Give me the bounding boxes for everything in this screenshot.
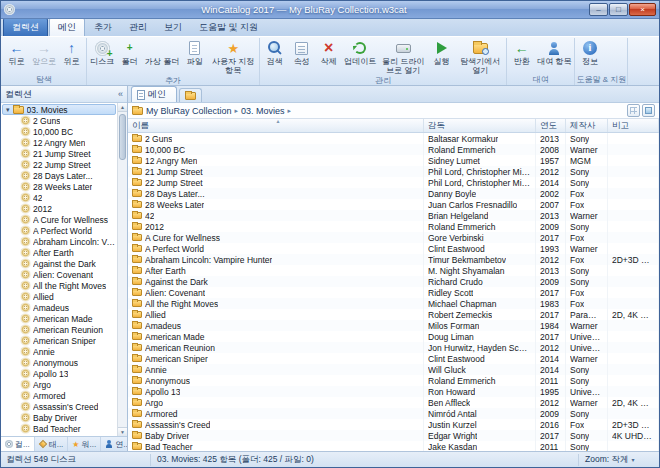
forward-button[interactable]: 앞으로 <box>30 38 58 74</box>
breadcrumb-item-2[interactable]: 03. Movies <box>241 106 285 116</box>
table-row[interactable]: 2 GunsBaltasar Kormakur2013Sony <box>128 133 659 144</box>
title-bar[interactable]: WinCatalog 2017 — My BluRay Collection.w… <box>1 1 659 19</box>
view-grid-button[interactable] <box>627 104 640 117</box>
open-in-explorer-button[interactable]: 탐색기에서 열기 <box>455 38 505 75</box>
tree-item[interactable]: Allied <box>1 291 117 302</box>
properties-button[interactable]: 속성 <box>288 38 315 75</box>
zoom-control[interactable]: Zoom: 작게 ▾ <box>579 454 659 466</box>
tree-item[interactable]: Against the Dark <box>1 258 117 269</box>
table-row[interactable]: After EarthM. Night Shyamalan2013Sony <box>128 265 659 276</box>
table-row[interactable]: Assassin's CreedJustin Kurzel2016Fox2D+3… <box>128 419 659 430</box>
column-header-1[interactable]: 이름▲ <box>128 119 424 132</box>
table-row[interactable]: A Cure for WellnessGore Verbinski2017Fox <box>128 232 659 243</box>
tree-item[interactable]: 28 Days Later... <box>1 170 117 181</box>
tree-item[interactable]: 21 Jump Street <box>1 148 117 159</box>
add-disc-button[interactable]: 디스크 <box>88 38 116 75</box>
tree-item[interactable]: American Sniper <box>1 335 117 346</box>
tab-main[interactable]: 메인 <box>131 86 177 102</box>
table-row[interactable]: 12 Angry MenSidney Lumet1957MGM <box>128 155 659 166</box>
table-row[interactable]: ArmoredNimród Antal2009Sony <box>128 408 659 419</box>
table-row[interactable]: Baby DriverEdgar Wright2017Sony4K UHD 3D… <box>128 430 659 441</box>
tree-item[interactable]: 10,000 BC <box>1 126 117 137</box>
tree-item[interactable]: 42 <box>1 192 117 203</box>
tree-item[interactable]: Amadeus <box>1 302 117 313</box>
tree-item[interactable]: After Earth <box>1 247 117 258</box>
column-header-4[interactable]: 제작사 <box>566 119 608 132</box>
tree-item[interactable]: Armored <box>1 390 117 401</box>
maximize-button[interactable]: □ <box>609 3 628 16</box>
ribbon-tab-2[interactable]: 메인 <box>49 18 85 36</box>
table-row[interactable]: 28 Weeks LaterJuan Carlos Fresnadillo200… <box>128 199 659 210</box>
ribbon-tab-1[interactable]: 컬렉션 <box>3 18 48 36</box>
tree-item[interactable]: A Perfect World <box>1 225 117 236</box>
preview-panel-button[interactable] <box>642 104 655 117</box>
table-row[interactable]: Apollo 13Ron Howard1995Universal <box>128 386 659 397</box>
tree-item[interactable]: Anonymous <box>1 357 117 368</box>
table-row[interactable]: AnonymousRoland Emmerich2011Sony <box>128 375 659 386</box>
table-row[interactable]: 28 Days Later...Danny Boyle2002Fox <box>128 188 659 199</box>
tree-item[interactable]: Alien: Covenant <box>1 269 117 280</box>
lent-items-button[interactable]: 대여 항목 <box>535 38 573 74</box>
tree-item[interactable]: Argo <box>1 379 117 390</box>
column-header-2[interactable]: 감독 <box>424 119 536 132</box>
tree-item[interactable]: American Reunion <box>1 324 117 335</box>
breadcrumb-item-1[interactable]: My BluRay Collection <box>146 106 232 116</box>
table-row[interactable]: AnnieWill Gluck2014Sony <box>128 364 659 375</box>
table-row[interactable]: Bad TeacherJake Kasdan2011Sony <box>128 441 659 451</box>
tree-item[interactable]: A Cure for Wellness <box>1 214 117 225</box>
column-header-3[interactable]: 연도 <box>536 119 566 132</box>
table-row[interactable]: American MadeDoug Liman2017Universal <box>128 331 659 342</box>
panel-tab-tags[interactable]: 태... <box>35 437 69 451</box>
tree-item[interactable]: 2012 <box>1 203 117 214</box>
tree-item[interactable]: Annie <box>1 346 117 357</box>
delete-button[interactable]: 삭제 <box>315 38 342 75</box>
tree-item[interactable]: Apollo 13 <box>1 368 117 379</box>
table-row[interactable]: A Perfect WorldClint Eastwood1993Warner <box>128 243 659 254</box>
tree-item[interactable]: Assassin's Creed <box>1 401 117 412</box>
tree-item[interactable]: All the Right Moves <box>1 280 117 291</box>
search-button[interactable]: 검색 <box>261 38 288 75</box>
table-row[interactable]: American SniperClint Eastwood2014Warner <box>128 353 659 364</box>
tree-item[interactable]: 12 Angry Men <box>1 137 117 148</box>
tab-folder[interactable] <box>179 88 202 102</box>
table-row[interactable]: Against the DarkRichard Crudo2009Sony <box>128 276 659 287</box>
ribbon-tab-4[interactable]: 관리 <box>121 19 155 36</box>
tree-item[interactable]: 22 Jump Street <box>1 159 117 170</box>
ribbon-tab-5[interactable]: 보기 <box>156 19 190 36</box>
back-button[interactable]: 뒤로 <box>3 38 30 74</box>
table-row[interactable]: Abraham Lincoln: Vampire HunterTimur Bek… <box>128 254 659 265</box>
table-row[interactable]: AlliedRobert Zemeckis2017Paramount2D, 4K… <box>128 309 659 320</box>
table-row[interactable]: American ReunionJon Hurwitz, Hayden Schl… <box>128 342 659 353</box>
scroll-down-icon[interactable]: ▼ <box>118 427 127 436</box>
column-header-5[interactable]: 비고 <box>608 119 659 132</box>
table-row[interactable]: Alien: CovenantRidley Scott2017Fox <box>128 287 659 298</box>
panel-tab-contacts[interactable]: 연... <box>101 437 127 451</box>
table-row[interactable]: ArgoBen Affleck2012Warner2D, 4K UHD <box>128 397 659 408</box>
table-row[interactable]: 21 Jump StreetPhil Lord, Christopher Mil… <box>128 166 659 177</box>
tree-item[interactable]: American Made <box>1 313 117 324</box>
table-row[interactable]: All the Right MovesMichael Chapman1983Fo… <box>128 298 659 309</box>
minimize-button[interactable]: – <box>589 3 608 16</box>
tree-item[interactable]: 2 Guns <box>1 115 117 126</box>
open-physical-drive-button[interactable]: 물리 드라이브로 열기 <box>378 38 428 75</box>
tree-root-movies[interactable]: ▾03. Movies <box>2 104 116 115</box>
sidebar-scrollbar[interactable]: ▲ ▼ <box>117 103 127 436</box>
table-row[interactable]: 2012Roland Emmerich2009Sony <box>128 221 659 232</box>
update-button[interactable]: 업데이트 <box>342 38 378 75</box>
tree-item[interactable]: Abraham Lincoln: Va... <box>1 236 117 247</box>
ribbon-tab-3[interactable]: 추가 <box>86 19 120 36</box>
panel-tab-wishlist[interactable]: 워... <box>68 437 101 451</box>
info-button[interactable]: 정보 <box>576 38 603 74</box>
add-virtual-folder-button[interactable]: 가상 폴더 <box>143 38 181 75</box>
add-custom-item-button[interactable]: 사용자 지정 항목 <box>208 38 258 75</box>
table-row[interactable]: 22 Jump StreetPhil Lord, Christopher Mil… <box>128 177 659 188</box>
up-button[interactable]: 위로 <box>58 38 85 74</box>
ribbon-tab-6[interactable]: 도움말 및 지원 <box>191 19 266 36</box>
panel-tab-collection[interactable]: 컬... <box>1 437 35 451</box>
collapse-sidebar-icon[interactable]: « <box>118 89 123 99</box>
table-row[interactable]: 42Brian Helgeland2013Warner <box>128 210 659 221</box>
tree-item[interactable]: Baby Driver <box>1 412 117 423</box>
scroll-up-icon[interactable]: ▲ <box>118 103 127 112</box>
tree-item[interactable]: 28 Weeks Later <box>1 181 117 192</box>
add-files-button[interactable]: 파일 <box>181 38 208 75</box>
